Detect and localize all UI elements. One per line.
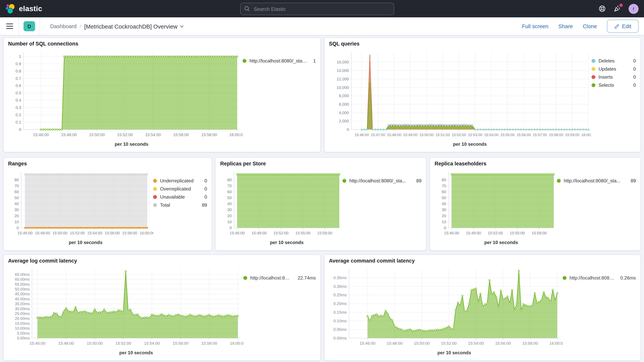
svg-text:15.00ms: 15.00ms [15, 321, 30, 326]
menu-icon[interactable] [6, 22, 14, 30]
chart-legend: http://localhost:8080/_sta...89 [342, 167, 422, 247]
svg-text:15:53:00: 15:53:00 [468, 133, 482, 137]
full-screen-button[interactable]: Full screen [522, 23, 548, 29]
svg-text:15:54:00: 15:54:00 [145, 132, 161, 137]
breadcrumb: Dashboard / [Metricbeat CockroachDB] Ove… [50, 23, 184, 30]
legend-label: Total [160, 202, 170, 208]
series-color-dot [342, 179, 346, 183]
svg-text:0.3: 0.3 [16, 105, 21, 110]
legend-item[interactable]: http://localhost:8080/_stat...1 [242, 58, 316, 64]
legend-item[interactable]: Underreplicated0 [153, 178, 207, 184]
chevron-down-icon [180, 24, 184, 28]
chart-avg-command-commit-latency[interactable]: 0.00ms0.05ms0.10ms0.15ms0.20ms0.25ms0.30… [329, 264, 563, 357]
legend-item[interactable]: Deletes0 [592, 58, 636, 64]
svg-text:10.00ms: 10.00ms [15, 326, 30, 330]
svg-text:15:48:00: 15:48:00 [61, 132, 77, 137]
legend-item[interactable]: http://localhost:8080/_sta...89 [342, 178, 422, 184]
chart-replica-leaseholders[interactable]: 0102030405060708015:46:0015:49:0015:52:0… [434, 167, 557, 247]
legend-item[interactable]: http://localhost:8080/_sta...89 [557, 178, 636, 184]
edit-button[interactable]: Edit [607, 20, 638, 33]
legend-value: 89 [413, 178, 422, 184]
notification-dot [619, 4, 623, 7]
legend-item[interactable]: Total89 [153, 202, 207, 208]
svg-text:0.7: 0.7 [16, 76, 21, 80]
svg-text:per 10 seconds: per 10 seconds [453, 142, 487, 147]
elastic-logo[interactable]: elastic [6, 4, 42, 14]
svg-text:per 10 seconds: per 10 seconds [115, 142, 148, 147]
legend-item[interactable]: Unavailable0 [153, 194, 207, 200]
search-input[interactable] [240, 3, 394, 15]
legend-item[interactable]: Overreplicated0 [153, 186, 207, 192]
svg-text:0.5: 0.5 [16, 90, 21, 95]
svg-text:15:46:00: 15:46:00 [18, 231, 32, 235]
svg-text:0.20ms: 0.20ms [334, 301, 347, 306]
chart-avg-log-commit-latency[interactable]: 0.00ms5.00ms10.00ms15.00ms20.00ms25.00ms… [8, 264, 243, 357]
chart-ranges[interactable]: 0102030405060708015:46:0015:48:0015:50:0… [8, 167, 153, 247]
breadcrumb-dashboard-link[interactable]: Dashboard [50, 23, 76, 29]
svg-text:15:58:00: 15:58:00 [532, 231, 547, 235]
dashboard-title-menu[interactable]: [Metricbeat CockroachDB] Overview [84, 23, 184, 30]
svg-text:40.00ms: 40.00ms [15, 297, 30, 301]
svg-text:15:55:00: 15:55:00 [510, 231, 525, 235]
svg-text:15:56:00: 15:56:00 [105, 231, 120, 235]
svg-text:15:50:00: 15:50:00 [52, 231, 68, 235]
legend-item[interactable]: http://localhost:808...22.74ms [243, 275, 316, 281]
help-icon[interactable] [598, 5, 606, 12]
legend-item[interactable]: Inserts0 [592, 74, 636, 80]
legend-label: http://localhost:8080/_sta... [564, 178, 620, 184]
svg-text:50.00ms: 50.00ms [15, 287, 30, 291]
deployment-badge[interactable]: D [24, 21, 35, 31]
svg-text:15:58:00: 15:58:00 [122, 231, 137, 235]
svg-text:15:46:00: 15:46:00 [230, 231, 245, 235]
user-avatar[interactable]: r [628, 4, 638, 14]
svg-text:70: 70 [442, 184, 446, 188]
svg-text:0: 0 [444, 226, 446, 230]
svg-text:15:54:00: 15:54:00 [468, 341, 484, 346]
svg-text:15:48:00: 15:48:00 [35, 231, 50, 235]
pencil-icon [614, 24, 619, 29]
svg-text:0.35ms: 0.35ms [334, 276, 347, 280]
svg-text:0: 0 [230, 226, 232, 230]
svg-text:15:58:00: 15:58:00 [522, 341, 538, 346]
newsfeed-icon[interactable] [614, 5, 621, 12]
svg-text:0.05ms: 0.05ms [334, 327, 347, 332]
legend-value: 0.26ms [617, 275, 636, 281]
panel-sql-queries: SQL queries 02,0004,0006,0008,00010,0001… [324, 38, 641, 152]
svg-text:30: 30 [14, 208, 19, 212]
svg-text:15:52:00: 15:52:00 [116, 341, 131, 346]
series-color-dot [563, 276, 566, 280]
chart-number-of-sql-connections[interactable]: 00.10.20.30.40.50.60.70.80.9115:46:0015:… [8, 48, 242, 149]
svg-text:15:56:00: 15:56:00 [516, 133, 531, 137]
svg-text:80: 80 [14, 178, 19, 182]
panel-title: Replica leaseholders [434, 161, 636, 166]
svg-text:40: 40 [14, 202, 19, 206]
clone-button[interactable]: Clone [583, 23, 597, 29]
svg-text:15:54:00: 15:54:00 [484, 133, 498, 137]
svg-text:0: 0 [347, 127, 349, 132]
elastic-logo-icon [6, 4, 16, 14]
legend-item[interactable]: Selects0 [592, 82, 636, 88]
svg-text:15:55:00: 15:55:00 [500, 133, 514, 137]
svg-text:15:57:00: 15:57:00 [533, 133, 547, 137]
chart-replicas-per-store[interactable]: 0102030405060708015:46:0015:49:0015:52:0… [220, 167, 342, 247]
svg-text:14,000: 14,000 [337, 68, 349, 73]
share-button[interactable]: Share [558, 23, 573, 29]
dashboard-toolbar: D Dashboard / [Metricbeat CockroachDB] O… [0, 17, 644, 36]
panel-title: SQL queries [329, 41, 636, 47]
chart-sql-queries[interactable]: 02,0004,0006,0008,00010,00012,00014,0001… [329, 48, 592, 149]
svg-text:15:56:00: 15:56:00 [495, 341, 511, 346]
svg-text:16:00:00: 16:00:00 [581, 133, 592, 137]
chart-legend: Deletes0Updates0Inserts0Selects0 [592, 48, 636, 149]
svg-text:15:58:00: 15:58:00 [201, 341, 217, 346]
legend-item[interactable]: Updates0 [592, 66, 636, 72]
toolbar-actions: Full screen Share Clone Edit [522, 20, 638, 33]
svg-text:60: 60 [442, 190, 446, 194]
svg-text:15:52:00: 15:52:00 [70, 231, 85, 235]
svg-text:1: 1 [19, 54, 21, 58]
svg-text:15:46:00: 15:46:00 [33, 132, 49, 137]
panel-ranges: Ranges 0102030405060708015:46:0015:48:00… [3, 157, 212, 250]
svg-text:15:51:00: 15:51:00 [436, 133, 450, 137]
legend-item[interactable]: http://localhost:8080...0.26ms [563, 275, 636, 281]
page-title: [Metricbeat CockroachDB] Overview [84, 23, 178, 30]
svg-text:50: 50 [227, 196, 232, 200]
